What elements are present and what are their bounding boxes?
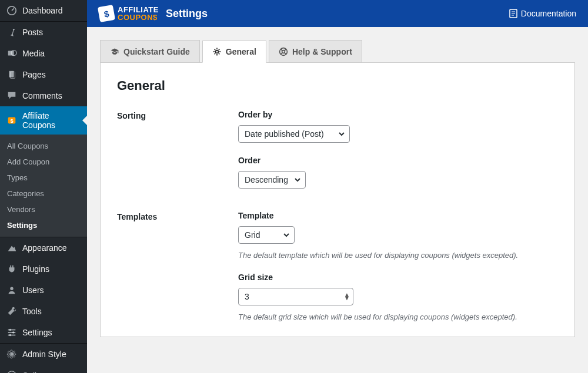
sidebar-item-appearance[interactable]: Appearance <box>0 237 87 258</box>
order-by-select-input[interactable]: Date published (Post) <box>238 125 350 143</box>
field-label-grid-size: Grid size <box>238 273 558 282</box>
svg-point-20 <box>215 51 218 53</box>
svg-text:$: $ <box>10 118 13 124</box>
sidebar-item-label: Posts <box>22 28 81 37</box>
content-area: $ AFFILIATE COUPON$ Settings Documentati… <box>87 0 588 373</box>
template-select-input[interactable]: Grid <box>238 226 295 244</box>
users-icon <box>6 284 18 296</box>
sidebar-item-settings[interactable]: Settings <box>0 322 87 343</box>
tabs-bar: Quickstart Guide General Help & Support <box>100 40 575 63</box>
sidebar-item-media[interactable]: Media <box>0 43 87 64</box>
order-select-input[interactable]: Descending <box>238 171 306 189</box>
grid-size-input[interactable] <box>238 288 353 305</box>
media-icon <box>6 48 18 59</box>
lifebuoy-icon <box>279 47 288 56</box>
sidebar-item-label: Collapse menu <box>22 371 81 373</box>
settings-panel: General Sorting Order by Date published … <box>100 63 575 337</box>
sidebar-item-label: Tools <box>22 307 81 316</box>
brand-text: AFFILIATE COUPON$ <box>118 6 159 21</box>
field-label-template: Template <box>238 211 558 220</box>
section-templates: Templates Template Grid The default temp… <box>117 211 558 321</box>
sidebar-sub-types[interactable]: Types <box>0 170 87 186</box>
order-by-select[interactable]: Date published (Post) <box>238 125 350 143</box>
sidebar-sub-vendors[interactable]: Vendors <box>0 201 87 217</box>
tab-label: Help & Support <box>292 47 352 56</box>
sidebar-item-affiliate-coupons[interactable]: $ Affiliate Coupons <box>0 106 87 135</box>
sidebar-item-users[interactable]: Users <box>0 280 87 301</box>
page-title: Settings <box>166 8 208 20</box>
admin-sidebar: Dashboard Posts Media Pages Comments $ A… <box>0 0 87 373</box>
sidebar-item-label: Dashboard <box>22 6 81 15</box>
plugin-topbar: $ AFFILIATE COUPON$ Settings Documentati… <box>87 0 588 27</box>
sidebar-item-comments[interactable]: Comments <box>0 85 87 106</box>
sidebar-sub-all-coupons[interactable]: All Coupons <box>0 138 87 154</box>
sidebar-item-pages[interactable]: Pages <box>0 64 87 85</box>
sidebar-item-label: Affiliate Coupons <box>22 111 81 130</box>
tools-icon <box>6 305 18 317</box>
documentation-label: Documentation <box>521 9 576 18</box>
sidebar-item-label: Plugins <box>22 264 81 274</box>
sidebar-item-posts[interactable]: Posts <box>0 22 87 43</box>
sidebar-item-label: Pages <box>22 70 81 79</box>
sidebar-item-label: Media <box>22 49 81 58</box>
pages-icon <box>6 69 18 80</box>
field-help-grid-size: The default grid size which will be used… <box>238 312 558 321</box>
grid-size-input-wrap[interactable]: ▲▼ <box>238 288 353 305</box>
svg-point-14 <box>10 352 13 355</box>
graduation-cap-icon <box>110 47 119 56</box>
sidebar-item-tools[interactable]: Tools <box>0 301 87 322</box>
stepper-icon[interactable]: ▲▼ <box>344 293 350 300</box>
pin-icon <box>6 26 18 38</box>
sidebar-item-collapse[interactable]: Collapse menu <box>0 365 87 373</box>
sidebar-item-admin-style[interactable]: Admin Style <box>0 344 87 365</box>
order-select[interactable]: Descending <box>238 171 306 189</box>
sidebar-submenu: All Coupons Add Coupon Types Categories … <box>0 135 87 237</box>
documentation-link[interactable]: Documentation <box>509 9 576 18</box>
section-sorting: Sorting Order by Date published (Post) O… <box>117 110 558 189</box>
gear-icon <box>6 348 18 360</box>
svg-point-11 <box>9 329 12 331</box>
section-label: Templates <box>117 211 238 221</box>
main-panel: Quickstart Guide General Help & Support … <box>87 27 588 373</box>
tab-general[interactable]: General <box>202 41 266 63</box>
tab-help-support[interactable]: Help & Support <box>269 40 362 62</box>
collapse-icon <box>6 369 18 373</box>
svg-point-22 <box>282 50 285 53</box>
appearance-icon <box>6 242 18 254</box>
dashboard-icon <box>6 5 18 16</box>
sidebar-item-label: Appearance <box>22 243 81 253</box>
field-label-order: Order <box>238 156 558 165</box>
comments-icon <box>6 90 18 102</box>
field-help-template: The default template which will be used … <box>238 251 558 260</box>
plugins-icon <box>6 263 18 275</box>
brand-logo: $ AFFILIATE COUPON$ <box>99 6 159 21</box>
tab-label: General <box>226 47 256 56</box>
sidebar-sub-categories[interactable]: Categories <box>0 186 87 201</box>
tab-label: Quickstart Guide <box>123 47 190 56</box>
sidebar-item-label: Users <box>22 285 81 295</box>
document-icon <box>509 9 517 18</box>
brand-line2: COUPON$ <box>118 14 159 21</box>
svg-point-13 <box>9 334 12 337</box>
svg-point-7 <box>10 287 13 290</box>
settings-icon <box>6 327 18 338</box>
sidebar-sub-add-coupon[interactable]: Add Coupon <box>0 154 87 170</box>
sidebar-item-dashboard[interactable]: Dashboard <box>0 0 87 21</box>
brand-icon: $ <box>98 5 115 22</box>
sidebar-item-label: Settings <box>22 328 81 337</box>
panel-heading: General <box>117 78 558 93</box>
sidebar-item-label: Comments <box>22 91 81 100</box>
gear-icon <box>212 47 222 56</box>
tab-quickstart[interactable]: Quickstart Guide <box>100 40 200 62</box>
coupon-icon: $ <box>6 115 18 126</box>
sidebar-sub-settings[interactable]: Settings <box>0 217 87 233</box>
template-select[interactable]: Grid <box>238 226 295 244</box>
field-label-order-by: Order by <box>238 110 558 119</box>
section-label: Sorting <box>117 110 238 120</box>
svg-point-12 <box>12 331 15 334</box>
sidebar-item-plugins[interactable]: Plugins <box>0 258 87 280</box>
sidebar-item-label: Admin Style <box>22 350 81 359</box>
